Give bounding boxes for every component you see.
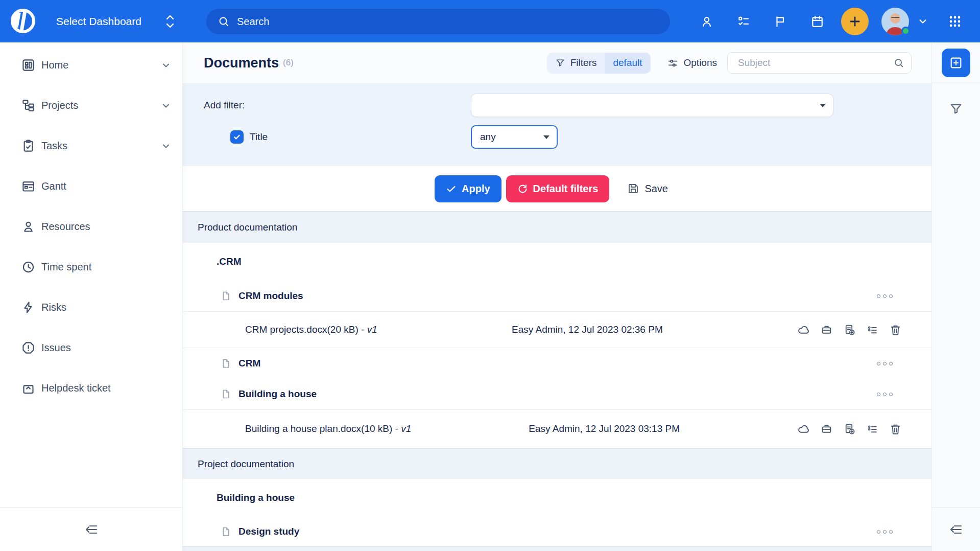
apps-grid-icon[interactable] — [948, 14, 962, 29]
folder-row[interactable]: CRM — [183, 348, 931, 379]
default-filters-button[interactable]: Default filters — [506, 175, 610, 202]
folder-name[interactable]: CRM — [238, 358, 260, 369]
file-row: Building a house plan.docx(10 kB) - v1 E… — [183, 409, 931, 448]
sliders-icon — [667, 57, 679, 69]
sidebar-item-helpdesk-ticket[interactable]: Helpdesk ticket — [0, 368, 182, 408]
row-menu-button[interactable] — [877, 530, 893, 534]
gantt-chart-icon — [21, 179, 35, 193]
filters-label: Filters — [570, 57, 597, 68]
avatar[interactable] — [881, 8, 909, 35]
filter-funnel-icon[interactable] — [949, 102, 963, 116]
folder-name[interactable]: Building a house — [238, 388, 317, 400]
row-menu-button[interactable] — [877, 362, 893, 365]
checklist-icon[interactable] — [737, 15, 750, 28]
section-header[interactable]: Product documentation — [183, 212, 931, 243]
dashboard-selector-label: Select Dashboard — [56, 15, 141, 28]
file-meta: Easy Admin, 12 Jul 2023 03:13 PM — [411, 423, 797, 434]
funnel-icon — [555, 58, 565, 68]
filters-current-value[interactable]: default — [605, 53, 650, 74]
tasks-clipboard-icon — [21, 139, 35, 153]
briefcase-icon[interactable] — [820, 423, 833, 435]
new-version-icon[interactable] — [843, 423, 856, 435]
options-label: Options — [684, 57, 717, 68]
warning-octagon-icon — [21, 341, 35, 355]
right-sidebar-collapse-icon[interactable] — [948, 521, 964, 538]
sidebar-item-resources[interactable]: Resources — [0, 206, 182, 247]
add-button[interactable] — [841, 8, 869, 35]
delete-trash-icon[interactable] — [889, 324, 902, 336]
sidebar-item-label: Helpdesk ticket — [41, 382, 111, 394]
options-button[interactable]: Options — [667, 57, 717, 69]
folder-row[interactable]: CRM modules — [183, 281, 931, 311]
document-icon — [221, 525, 231, 538]
file-name[interactable]: CRM projects.docx(20 kB) - v1 — [245, 324, 377, 335]
sidebar-item-label: Gantt — [41, 180, 66, 192]
apply-button[interactable]: Apply — [435, 175, 501, 202]
plus-icon — [848, 14, 862, 29]
row-menu-button[interactable] — [877, 294, 893, 298]
flag-icon[interactable] — [774, 15, 787, 28]
calendar-icon[interactable] — [810, 15, 824, 28]
left-sidebar: Home Projects Tasks — [0, 42, 183, 551]
file-name[interactable]: Building a house plan.docx(10 kB) - v1 — [245, 423, 411, 434]
sidebar-item-label: Tasks — [41, 140, 67, 152]
chevron-down-icon[interactable] — [161, 101, 171, 111]
group-title[interactable]: Building a house — [183, 479, 931, 517]
add-filter-select[interactable] — [471, 94, 833, 117]
group-title[interactable]: .CRM — [183, 243, 931, 281]
updown-chevrons-icon — [164, 13, 176, 30]
avatar-chevron-down-icon[interactable] — [917, 16, 928, 27]
folder-row[interactable]: Building a house — [183, 379, 931, 409]
check-icon — [446, 183, 457, 194]
sidebar-item-label: Issues — [41, 342, 71, 354]
sidebar-item-label: Risks — [41, 302, 66, 313]
subject-search-input[interactable] — [727, 52, 912, 74]
online-status-dot — [901, 27, 910, 35]
folder-name[interactable]: CRM modules — [238, 290, 303, 302]
sidebar-item-tasks[interactable]: Tasks — [0, 126, 182, 166]
title-operator-select[interactable]: any — [471, 125, 558, 149]
dashboard-selector[interactable]: Select Dashboard — [56, 0, 176, 42]
global-search[interactable] — [206, 9, 670, 34]
section-header[interactable]: Project documentation — [183, 448, 931, 479]
sidebar-item-label: Projects — [41, 100, 78, 111]
chevron-down-icon[interactable] — [161, 141, 171, 151]
document-count: (6) — [283, 58, 294, 68]
title-operator-value: any — [480, 131, 496, 143]
search-icon[interactable] — [893, 57, 904, 68]
cloud-icon[interactable] — [797, 324, 810, 336]
add-module-button[interactable] — [942, 49, 970, 77]
folder-name[interactable]: Design study — [238, 526, 299, 537]
title-filter-checkbox[interactable] — [230, 130, 244, 144]
right-sidebar — [931, 42, 980, 551]
app-logo[interactable] — [9, 7, 37, 35]
search-icon — [218, 15, 230, 28]
sidebar-item-label: Time spent — [41, 261, 91, 273]
sidebar-item-home[interactable]: Home — [0, 45, 182, 85]
sidebar-collapse-icon[interactable] — [83, 521, 100, 538]
sidebar-item-time-spent[interactable]: Time spent — [0, 247, 182, 287]
new-version-icon[interactable] — [843, 324, 856, 336]
chevron-down-icon[interactable] — [161, 60, 171, 71]
filter-panel: Add filter: Title any — [183, 83, 931, 166]
details-list-icon[interactable] — [866, 423, 879, 435]
global-search-input[interactable] — [237, 16, 664, 28]
cloud-icon[interactable] — [797, 423, 810, 435]
file-row: CRM projects.docx(20 kB) - v1 Easy Admin… — [183, 311, 931, 348]
save-button[interactable]: Save — [622, 175, 673, 202]
details-list-icon[interactable] — [866, 324, 879, 336]
clock-icon — [21, 260, 35, 274]
row-menu-button[interactable] — [877, 393, 893, 396]
filters-toggle[interactable]: Filters default — [547, 53, 651, 74]
sidebar-item-projects[interactable]: Projects — [0, 85, 182, 126]
sidebar-item-issues[interactable]: Issues — [0, 328, 182, 368]
sidebar-item-gantt[interactable]: Gantt — [0, 166, 182, 206]
delete-trash-icon[interactable] — [889, 423, 902, 435]
sidebar-item-risks[interactable]: Risks — [0, 287, 182, 328]
check-icon — [233, 133, 241, 141]
briefcase-icon[interactable] — [820, 324, 833, 336]
document-icon — [221, 290, 231, 302]
profile-icon[interactable] — [700, 15, 713, 28]
folder-row[interactable]: Design study — [183, 517, 931, 546]
dashboard-icon — [21, 58, 35, 72]
